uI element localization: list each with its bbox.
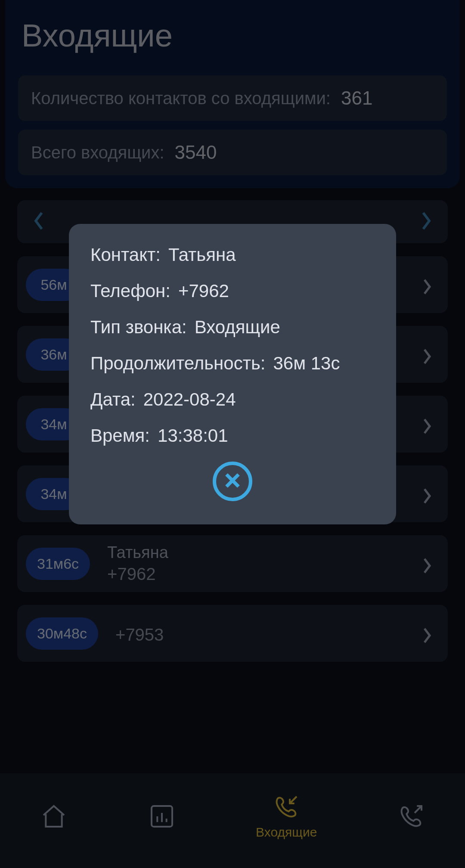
modal-type-value: Входящие — [195, 317, 280, 338]
modal-contact-label: Контакт: — [90, 245, 161, 265]
modal-phone-value: +7962 — [178, 281, 229, 301]
call-detail-modal: Контакт: Татьяна Телефон: +7962 Тип звон… — [69, 224, 396, 524]
modal-duration-label: Продолжительность: — [90, 353, 265, 374]
modal-type-label: Тип звонка: — [90, 317, 187, 338]
modal-date-label: Дата: — [90, 389, 136, 410]
modal-date-value: 2022-08-24 — [143, 389, 236, 410]
modal-phone-label: Телефон: — [90, 281, 170, 301]
modal-close-button[interactable] — [213, 462, 252, 501]
modal-duration-value: 36м 13с — [273, 353, 340, 374]
modal-contact-value: Татьяна — [168, 245, 236, 265]
modal-time-value: 13:38:01 — [158, 425, 228, 446]
close-icon — [222, 470, 243, 493]
modal-time-label: Время: — [90, 425, 150, 446]
